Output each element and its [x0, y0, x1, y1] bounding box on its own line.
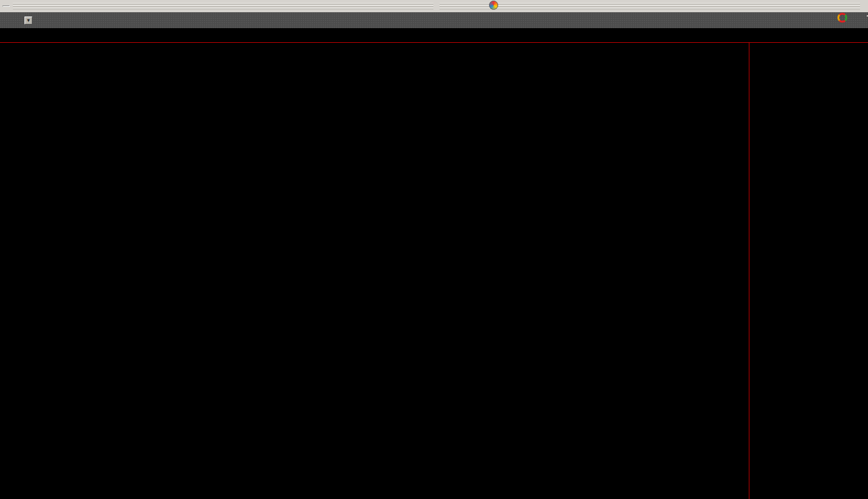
- kline-canvas[interactable]: [0, 43, 749, 499]
- titlebar-ridge: [440, 3, 860, 9]
- chart-area[interactable]: [0, 43, 749, 499]
- workspace-dropdown-icon[interactable]: ▾: [24, 17, 32, 24]
- title-bar: [0, 0, 868, 12]
- watermark: [837, 13, 850, 23]
- titlebar-ridge: [13, 3, 433, 9]
- app-logo-icon: [489, 1, 498, 10]
- workspace-button[interactable]: ▾: [22, 17, 32, 24]
- watermark-ring-icon: [837, 13, 847, 23]
- market-tab-bar: ▾: [0, 12, 868, 28]
- analysis-toolbar: [0, 28, 868, 43]
- app-title: [489, 1, 501, 10]
- quote-panel: [749, 43, 868, 499]
- entrust-button[interactable]: [2, 6, 10, 7]
